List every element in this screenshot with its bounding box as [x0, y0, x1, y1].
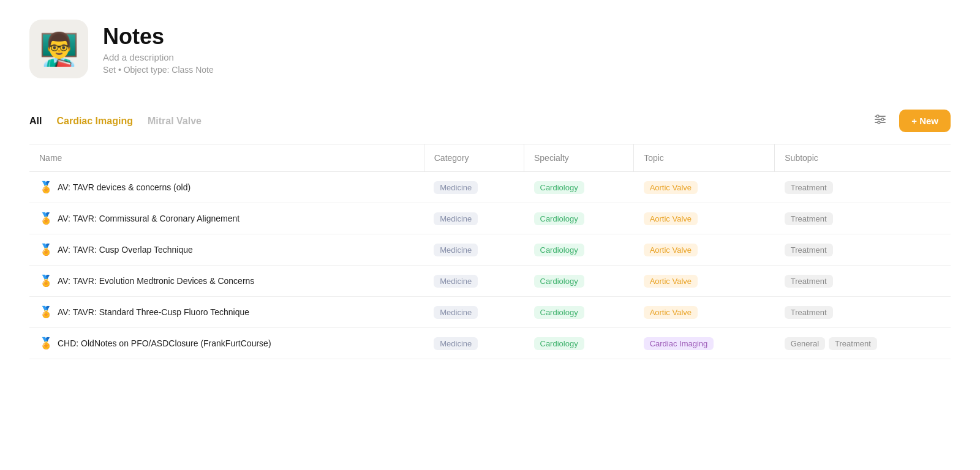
header-text: Notes Add a description Set • Object typ…	[103, 24, 214, 75]
cell-category: Medicine	[424, 234, 524, 266]
svg-point-3	[876, 115, 879, 118]
badge-topic: Aortic Valve	[644, 181, 698, 194]
new-button[interactable]: + New	[899, 110, 951, 132]
table-row[interactable]: 🏅AV: TAVR: Cusp Overlap TechniqueMedicin…	[29, 234, 951, 266]
cell-category: Medicine	[424, 297, 524, 328]
cell-topic: Aortic Valve	[634, 234, 775, 266]
badge-medicine: Medicine	[434, 337, 478, 350]
description: Add a description	[103, 52, 214, 62]
cell-name: 🏅AV: TAVR: Commissural & Coronary Aligne…	[29, 203, 424, 234]
cell-topic: Aortic Valve	[634, 266, 775, 297]
badge-subtopic: Treatment	[785, 244, 833, 256]
badge-subtopic: General	[785, 337, 825, 350]
row-emoji: 🏅	[39, 274, 53, 288]
badge-topic: Cardiac Imaging	[644, 337, 714, 350]
tab-mitral-valve[interactable]: Mitral Valve	[148, 113, 202, 129]
cell-specialty: Cardiology	[524, 266, 634, 297]
cell-subtopic: GeneralTreatment	[775, 328, 951, 359]
tab-bar-actions: + New	[869, 108, 951, 134]
cell-category: Medicine	[424, 266, 524, 297]
table-row[interactable]: 🏅AV: TAVR devices & concerns (old)Medici…	[29, 172, 951, 203]
table-header-row: Name Category Specialty Topic Subtopic	[29, 144, 951, 172]
svg-point-5	[878, 121, 880, 124]
col-category: Category	[424, 144, 524, 172]
svg-point-4	[881, 118, 884, 121]
tab-cardiac-imaging[interactable]: Cardiac Imaging	[56, 113, 132, 129]
cell-subtopic: Treatment	[775, 297, 951, 328]
row-emoji: 🏅	[39, 305, 53, 319]
badge-topic: Aortic Valve	[644, 275, 698, 288]
badge-medicine: Medicine	[434, 212, 478, 225]
cell-name: 🏅AV: TAVR: Cusp Overlap Technique	[29, 234, 424, 266]
table-row[interactable]: 🏅CHD: OldNotes on PFO/ASDClosure (FrankF…	[29, 328, 951, 359]
badge-subtopic: Treatment	[785, 181, 833, 194]
badge-subtopic: Treatment	[785, 306, 833, 319]
tab-bar: All Cardiac Imaging Mitral Valve + New	[29, 108, 951, 144]
row-name-text: AV: TAVR: Commissural & Coronary Alignem…	[58, 214, 239, 223]
row-emoji: 🏅	[39, 243, 53, 256]
app-icon: 👨‍🏫	[29, 20, 88, 78]
data-table: Name Category Specialty Topic Subtopic 🏅…	[29, 144, 951, 359]
badge-topic: Aortic Valve	[644, 306, 698, 319]
row-name-text: CHD: OldNotes on PFO/ASDClosure (FrankFu…	[58, 338, 271, 348]
badge-topic: Aortic Valve	[644, 212, 698, 225]
cell-subtopic: Treatment	[775, 172, 951, 203]
badge-cardiology: Cardiology	[534, 306, 584, 319]
badge-medicine: Medicine	[434, 181, 478, 194]
badge-cardiology: Cardiology	[534, 244, 584, 256]
tab-bar-inner: All Cardiac Imaging Mitral Valve	[29, 113, 869, 129]
row-emoji: 🏅	[39, 181, 53, 194]
cell-topic: Cardiac Imaging	[634, 328, 775, 359]
cell-topic: Aortic Valve	[634, 203, 775, 234]
row-name-text: AV: TAVR: Standard Three-Cusp Fluoro Tec…	[58, 307, 249, 317]
cell-specialty: Cardiology	[524, 234, 634, 266]
badge-subtopic: Treatment	[785, 212, 833, 225]
badge-cardiology: Cardiology	[534, 275, 584, 288]
col-name: Name	[29, 144, 424, 172]
header: 👨‍🏫 Notes Add a description Set • Object…	[29, 20, 951, 78]
badge-medicine: Medicine	[434, 306, 478, 319]
table-row[interactable]: 🏅AV: TAVR: Commissural & Coronary Aligne…	[29, 203, 951, 234]
col-topic: Topic	[634, 144, 775, 172]
cell-subtopic: Treatment	[775, 266, 951, 297]
cell-topic: Aortic Valve	[634, 172, 775, 203]
col-subtopic: Subtopic	[775, 144, 951, 172]
meta-info: Set • Object type: Class Note	[103, 65, 214, 75]
cell-specialty: Cardiology	[524, 297, 634, 328]
badge-subtopic: Treatment	[785, 275, 833, 288]
cell-subtopic: Treatment	[775, 234, 951, 266]
row-name-text: AV: TAVR devices & concerns (old)	[58, 182, 190, 192]
badge-subtopic: Treatment	[829, 337, 877, 350]
table-row[interactable]: 🏅AV: TAVR: Evolution Medtronic Devices &…	[29, 266, 951, 297]
app-icon-emoji: 👨‍🏫	[39, 31, 79, 68]
new-button-label: + New	[911, 116, 938, 126]
table-row[interactable]: 🏅AV: TAVR: Standard Three-Cusp Fluoro Te…	[29, 297, 951, 328]
cell-name: 🏅AV: TAVR devices & concerns (old)	[29, 172, 424, 203]
cell-category: Medicine	[424, 328, 524, 359]
filter-button[interactable]	[869, 108, 892, 134]
cell-name: 🏅AV: TAVR: Standard Three-Cusp Fluoro Te…	[29, 297, 424, 328]
page-title: Notes	[103, 24, 214, 50]
row-name-text: AV: TAVR: Evolution Medtronic Devices & …	[58, 276, 254, 286]
cell-name: 🏅AV: TAVR: Evolution Medtronic Devices &…	[29, 266, 424, 297]
badge-medicine: Medicine	[434, 244, 478, 256]
cell-name: 🏅CHD: OldNotes on PFO/ASDClosure (FrankF…	[29, 328, 424, 359]
col-specialty: Specialty	[524, 144, 634, 172]
cell-category: Medicine	[424, 203, 524, 234]
cell-subtopic: Treatment	[775, 203, 951, 234]
cell-category: Medicine	[424, 172, 524, 203]
row-emoji: 🏅	[39, 212, 53, 225]
badge-topic: Aortic Valve	[644, 244, 698, 256]
row-emoji: 🏅	[39, 337, 53, 350]
row-name-text: AV: TAVR: Cusp Overlap Technique	[58, 245, 193, 255]
cell-specialty: Cardiology	[524, 203, 634, 234]
page-container: 👨‍🏫 Notes Add a description Set • Object…	[0, 0, 980, 379]
badge-cardiology: Cardiology	[534, 212, 584, 225]
cell-topic: Aortic Valve	[634, 297, 775, 328]
badge-cardiology: Cardiology	[534, 337, 584, 350]
badge-medicine: Medicine	[434, 275, 478, 288]
cell-specialty: Cardiology	[524, 172, 634, 203]
badge-cardiology: Cardiology	[534, 181, 584, 194]
cell-specialty: Cardiology	[524, 328, 634, 359]
tab-all[interactable]: All	[29, 113, 42, 129]
